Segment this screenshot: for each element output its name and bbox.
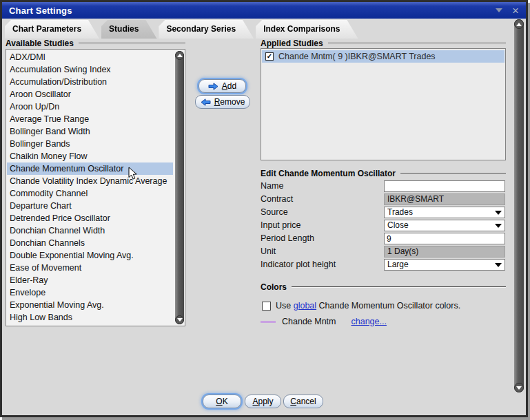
study-list-item-aroon-up-dn[interactable]: Aroon Up/Dn [7, 101, 173, 113]
series-name: Chande Mntm [282, 317, 336, 326]
tab-secondary-series[interactable]: Secondary Series [159, 20, 254, 39]
scroll-down-icon[interactable] [175, 315, 184, 324]
study-list-item-donchian-channels[interactable]: Donchian Channels [7, 237, 173, 249]
window-menu-icon[interactable] [496, 8, 502, 12]
applied-studies-header: Applied Studies [261, 39, 506, 48]
available-studies-listbox: ADX/DMIAccumulation Swing IndexAccumulat… [6, 49, 185, 326]
study-list-item-elder-ray[interactable]: Elder-Ray [7, 274, 173, 286]
applied-studies-title: Applied Studies [261, 39, 323, 48]
close-icon[interactable]: × [512, 5, 519, 17]
applied-studies-listbox: ✓Chande Mntm( 9 )IBKR@SMART Trades [261, 48, 506, 160]
study-list-item-ease-of-movement[interactable]: Ease of Movement [7, 262, 173, 274]
use-text-after: Chande Momentum Oscillator colors. [319, 301, 461, 311]
study-list-item-commodity-channel[interactable]: Commodity Channel [7, 187, 173, 200]
series-color-row: Chande Mntm change... [261, 316, 387, 327]
indicator-plot-height-dropdown[interactable]: Large [384, 259, 505, 271]
contract-readonly-field: IBKR@SMART [384, 193, 505, 205]
screen: Chart Settings × Chart ParametersStudies… [0, 0, 530, 420]
header-rule [292, 286, 506, 288]
study-list-item-average-true-range[interactable]: Average True Range [7, 113, 173, 125]
name-input[interactable] [384, 180, 505, 192]
source-value: Trades [387, 207, 413, 217]
study-list-item-accumulation-swing-index[interactable]: Accumulation Swing Index [7, 63, 173, 76]
applied-study-checkbox[interactable]: ✓ [265, 52, 274, 61]
remove-button-label: Remove [214, 97, 245, 107]
study-list-item-bollinger-bands[interactable]: Bollinger Bands [7, 138, 173, 150]
indicator-plot-height-value: Large [387, 260, 409, 269]
use-global-colors-row: Use global Chande Momentum Oscillator co… [262, 301, 460, 311]
period-length-input[interactable] [384, 233, 505, 244]
tab-bar: Chart ParametersStudiesSecondary SeriesI… [5, 20, 358, 39]
applied-study-row[interactable]: ✓Chande Mntm( 9 )IBKR@SMART Trades [262, 50, 504, 63]
cancel-button[interactable]: Cancel [283, 395, 323, 408]
edit-study-header: Edit Chande Momentum Oscillator [261, 169, 506, 178]
remove-button[interactable]: Remove [195, 95, 250, 109]
scroll-up-icon[interactable] [175, 51, 184, 60]
header-rule [79, 43, 185, 44]
ok-button-label: OK [216, 397, 227, 406]
global-link[interactable]: global [294, 301, 316, 311]
tab-studies[interactable]: Studies [101, 20, 156, 39]
ok-button[interactable]: OK [203, 395, 241, 408]
scrollbar-thumb[interactable] [175, 51, 184, 324]
field-label-unit: Unit [261, 246, 276, 258]
study-list-item-adx-dmi[interactable]: ADX/DMI [7, 51, 173, 63]
study-list-item-chaikin-money-flow[interactable]: Chaikin Money Flow [7, 150, 173, 162]
scroll-down-icon[interactable] [514, 383, 524, 392]
available-studies-title: Available Studies [6, 39, 74, 48]
unit-readonly-field: 1 Day(s) [384, 246, 505, 258]
apply-button[interactable]: Apply [245, 395, 281, 408]
source-dropdown[interactable]: Trades [384, 207, 505, 218]
field-label-input-price: Input price [261, 220, 300, 231]
study-list-item-high-low-bands[interactable]: High Low Bands [7, 311, 173, 324]
use-global-colors-text: Use global Chande Momentum Oscillator co… [276, 301, 460, 311]
apply-button-label: Apply [252, 397, 273, 406]
chevron-down-icon [495, 224, 502, 228]
tab-index-comparisons[interactable]: Index Comparisons [256, 20, 358, 39]
titlebar[interactable]: Chart Settings × [2, 2, 526, 19]
field-label-period-length: Period Length [261, 233, 314, 244]
chevron-down-icon [495, 211, 502, 215]
field-label-indicator-plot-height: Indicator plot height [261, 259, 336, 271]
arrow-left-icon [201, 98, 211, 106]
tab-chart-parameters[interactable]: Chart Parameters [5, 20, 99, 39]
study-list-item-exponential-moving-avg[interactable]: Exponential Moving Avg. [7, 299, 173, 311]
study-list-item-double-exponential-moving-avg[interactable]: Double Exponential Moving Avg. [7, 249, 173, 262]
study-list-item-donchian-channel-width[interactable]: Donchian Channel Width [7, 224, 173, 237]
chart-settings-dialog: Chart Settings × Chart ParametersStudies… [0, 0, 528, 417]
arrow-right-icon [208, 83, 218, 90]
study-list-item-chande-volatility-index-dynamic-average[interactable]: Chande Volatility Index Dynamic Average [7, 175, 173, 187]
study-list-item-envelope[interactable]: Envelope [7, 286, 173, 299]
add-button-label: Add [222, 81, 236, 91]
study-list-item-departure-chart[interactable]: Departure Chart [7, 200, 173, 212]
edit-study-title: Edit Chande Momentum Oscillator [261, 169, 396, 178]
field-label-source: Source [261, 207, 288, 218]
field-label-name: Name [261, 180, 283, 192]
available-studies-header: Available Studies [6, 39, 185, 48]
chevron-down-icon [495, 263, 502, 267]
colors-header: Colors [261, 282, 506, 292]
study-list-item-detrended-price-oscillator[interactable]: Detrended Price Oscillator [7, 212, 173, 224]
colors-title: Colors [261, 282, 287, 292]
use-global-colors-checkbox[interactable] [262, 302, 271, 311]
study-list-item-bollinger-band-width[interactable]: Bollinger Band Width [7, 125, 173, 138]
study-list-item-chande-momentum-oscillator[interactable]: Chande Momentum Oscillator [7, 162, 173, 175]
edit-study-form: NameContractIBKR@SMARTSourceTradesInput … [261, 180, 506, 273]
header-rule [400, 173, 506, 174]
input-price-dropdown[interactable]: Close [384, 220, 505, 231]
applied-study-label: Chande Mntm( 9 )IBKR@SMART Trades [278, 52, 436, 61]
study-list-item-accumulation-distribution[interactable]: Accumulation/Distribution [7, 76, 173, 88]
series-color-swatch [261, 321, 276, 323]
window-title: Chart Settings [9, 6, 72, 16]
add-button[interactable]: Add [198, 79, 246, 93]
change-color-link[interactable]: change... [351, 317, 387, 326]
input-price-value: Close [387, 220, 409, 230]
scrollbar-thumb[interactable] [514, 19, 524, 392]
header-rule [328, 43, 506, 44]
study-list-item-aroon-oscillator[interactable]: Aroon Oscillator [7, 88, 173, 101]
cancel-button-label: Cancel [290, 397, 316, 406]
field-label-contract: Contract [261, 193, 293, 205]
use-text-before: Use [276, 301, 291, 311]
scroll-up-icon[interactable] [514, 19, 524, 29]
